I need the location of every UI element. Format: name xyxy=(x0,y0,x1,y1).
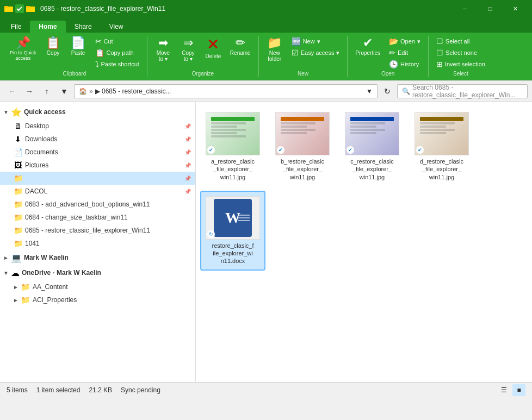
select-none-button[interactable]: ☐ Select none xyxy=(433,47,488,58)
up-button[interactable]: ↑ xyxy=(39,84,54,99)
folder-0685-label: 0685 - restore_classic_file_explorer_Win… xyxy=(25,227,191,234)
sidebar-item-dacol[interactable]: 📁 DACOL 📌 xyxy=(0,185,195,198)
copy-path-button[interactable]: 📋 Copy path xyxy=(92,47,143,58)
chevron-right-icon3: ► xyxy=(13,297,18,303)
folder-0683-label: 0683 - add_advanced_boot_options_win11 xyxy=(25,200,191,208)
ribbon: 📌 Pin to Quickaccess 📋 Copy 📄 Paste ✂ Cu… xyxy=(0,33,532,80)
copy-button[interactable]: 📋 Copy xyxy=(42,36,65,57)
back-button[interactable]: ← xyxy=(4,84,20,99)
refresh-button[interactable]: ↻ xyxy=(380,84,395,99)
close-button[interactable]: ✕ xyxy=(503,0,528,17)
ribbon-group-new: 📁 Newfolder 🆕 New ▾ ☑ Easy access ▾ xyxy=(259,36,348,77)
file-item-a[interactable]: ✔ a_restore_clasic_file_explorer_win11.j… xyxy=(200,106,265,186)
sidebar-item-0683[interactable]: 📁 0683 - add_advanced_boot_options_win11 xyxy=(0,198,195,211)
pin-icon3: 📌 xyxy=(184,149,191,155)
tab-share[interactable]: Share xyxy=(66,21,101,33)
pin-icon4: 📌 xyxy=(184,162,191,168)
move-to-button[interactable]: ➡ Moveto ▾ xyxy=(152,36,175,63)
documents-label: Documents xyxy=(25,148,182,156)
file-thumb-docx: W ↻ xyxy=(206,196,260,240)
folder-aci-icon: 📁 xyxy=(21,296,30,304)
downloads-label: Downloads xyxy=(25,135,182,143)
paste-shortcut-button[interactable]: ⤵ Paste shortcut xyxy=(92,59,143,70)
ribbon-group-clipboard: 📌 Pin to Quickaccess 📋 Copy 📄 Paste ✂ Cu… xyxy=(2,36,147,77)
cut-button[interactable]: ✂ Cut xyxy=(92,36,143,47)
sync-status: Sync pending xyxy=(121,386,160,394)
sidebar-item-desktop[interactable]: 🖥 Desktop 📌 xyxy=(0,120,195,133)
edit-button[interactable]: ✏ Edit xyxy=(386,47,424,58)
tab-view[interactable]: View xyxy=(101,21,132,33)
chevron-right-icon2: ► xyxy=(13,284,18,290)
file-name-b: b_restore_clasic_file_explorer_win11.jpg xyxy=(281,158,324,181)
sidebar-item-0684[interactable]: 📁 0684 - change_size_taskbar_win11 xyxy=(0,211,195,224)
sidebar-item-aa-content[interactable]: ► 📁 AA_Content xyxy=(0,280,195,293)
open-button[interactable]: 📂 Open ▾ xyxy=(386,36,424,47)
list-view-button[interactable]: ☰ xyxy=(497,384,510,396)
select-all-button[interactable]: ☐ Select all xyxy=(433,36,488,47)
search-placeholder: Search 0685 - restore_classic_file_explo… xyxy=(412,84,523,99)
title-bar-icons xyxy=(4,4,35,13)
sidebar-item-downloads[interactable]: ⬇ Downloads 📌 xyxy=(0,133,195,146)
mark-kaelin-section[interactable]: ► 💻 Mark W Kaelin xyxy=(0,250,195,265)
sidebar-item-documents[interactable]: 📄 Documents 📌 xyxy=(0,146,195,159)
file-thumb-b: ✔ xyxy=(275,112,330,155)
paste-button[interactable]: 📄 Paste xyxy=(67,36,90,57)
onedrive-icon: ☁ xyxy=(11,268,20,278)
search-box[interactable]: 🔍 Search 0685 - restore_classic_file_exp… xyxy=(397,84,528,98)
sidebar-item-current-folder[interactable]: 📁 📌 xyxy=(0,172,195,185)
folder-0684-icon: 📁 xyxy=(13,213,23,222)
file-item-b[interactable]: ✔ b_restore_clasic_file_explorer_win11.j… xyxy=(270,106,335,186)
word-icon: W xyxy=(214,199,252,237)
invert-selection-button[interactable]: ⊞ Invert selection xyxy=(433,59,488,70)
desktop-icon: 🖥 xyxy=(13,122,23,130)
icon-view-button[interactable]: ■ xyxy=(512,384,525,396)
sidebar-item-pictures[interactable]: 🖼 Pictures 📌 xyxy=(0,159,195,172)
paste-label: Paste xyxy=(71,50,85,56)
pin-icon: 📌 xyxy=(184,123,191,129)
sidebar-item-0685[interactable]: 📁 0685 - restore_classic_file_explorer_W… xyxy=(0,224,195,237)
folder-0684-label: 0684 - change_size_taskbar_win11 xyxy=(25,214,191,221)
pin-icon6: 📌 xyxy=(184,189,191,195)
new-folder-button[interactable]: 📁 Newfolder xyxy=(263,36,286,63)
title-bar: 0685 - restore_classic_file_explorer_Win… xyxy=(0,0,532,17)
properties-button[interactable]: ✔ Properties xyxy=(352,36,383,57)
sync-badge-a: ✔ xyxy=(207,146,215,154)
easy-access-button[interactable]: ☑ Easy access ▾ xyxy=(288,47,343,58)
pin-to-quick-access-button[interactable]: 📌 Pin to Quickaccess xyxy=(7,36,40,62)
folder2-icon xyxy=(26,4,35,13)
address-path[interactable]: 🏠 » ▶ 0685 - restore_classic... ▼ xyxy=(74,84,378,98)
sidebar-item-1041[interactable]: 📁 1041 xyxy=(0,237,195,250)
file-area: ✔ a_restore_clasic_file_explorer_win11.j… xyxy=(196,102,532,382)
forward-button[interactable]: → xyxy=(22,84,37,99)
recent-button[interactable]: ▼ xyxy=(57,84,72,99)
tab-file[interactable]: File xyxy=(2,21,30,33)
ribbon-group-select: ☐ Select all ☐ Select none ⊞ Invert sele… xyxy=(429,36,493,77)
svg-rect-4 xyxy=(26,6,30,8)
file-item-c[interactable]: ✔ c_restore_clasic_file_explorer_win11.j… xyxy=(339,106,405,186)
chevron-right-icon: ► xyxy=(3,255,9,261)
folder-0685-icon: 📁 xyxy=(13,226,23,235)
file-item-docx[interactable]: W ↻ restore_clasic_file_explorer_win11.d… xyxy=(200,191,265,271)
view-controls: ☰ ■ xyxy=(497,384,525,396)
pin-icon5: 📌 xyxy=(184,175,191,181)
quick-access-section[interactable]: ▼ ⭐ Quick access xyxy=(0,104,195,120)
new-item-button[interactable]: 🆕 New ▾ xyxy=(288,36,343,47)
pictures-label: Pictures xyxy=(25,161,182,169)
copy-label: Copy xyxy=(47,50,59,56)
folder-dacol-icon: 📁 xyxy=(13,187,23,196)
maximize-button[interactable]: □ xyxy=(478,0,503,17)
rename-button[interactable]: ✏ Rename xyxy=(227,36,254,57)
minimize-button[interactable]: ─ xyxy=(453,0,478,17)
dacol-label: DACOL xyxy=(25,187,182,195)
folder-icon2: 📁 xyxy=(13,174,23,183)
tab-home[interactable]: Home xyxy=(30,21,65,33)
onedrive-section[interactable]: ▼ ☁ OneDrive - Mark W Kaelin xyxy=(0,265,195,280)
checkmark-icon xyxy=(15,4,24,13)
file-item-d[interactable]: ✔ d_restore_clasic_file_explorer_win11.j… xyxy=(409,106,474,186)
ribbon-group-open: ✔ Properties 📂 Open ▾ ✏ Edit 🕒 xyxy=(348,36,429,77)
copy-to-button[interactable]: ⇒ Copyto ▾ xyxy=(177,36,200,63)
delete-button[interactable]: ✕ Delete xyxy=(202,36,225,60)
history-button[interactable]: 🕒 History xyxy=(386,59,424,70)
folder-aa-icon: 📁 xyxy=(21,283,30,291)
sidebar-item-aci-properties[interactable]: ► 📁 ACI_Properties xyxy=(0,293,195,306)
